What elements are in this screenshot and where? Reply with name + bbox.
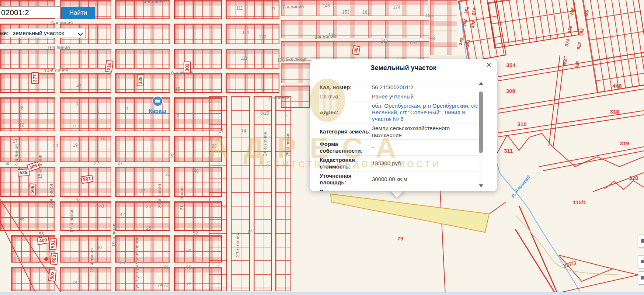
popup-title: Земельный участок xyxy=(310,64,497,72)
field-label: Форма собственности: xyxy=(320,141,372,154)
parcel-block xyxy=(60,97,111,131)
parcel-block xyxy=(60,167,111,197)
parcel-block xyxy=(275,96,291,291)
parcel-number: 320 xyxy=(629,175,638,181)
popup-scrollbar[interactable] xyxy=(478,81,483,188)
parcel-block xyxy=(231,96,250,291)
parcel-block xyxy=(115,24,170,44)
parcel-block xyxy=(115,201,170,231)
parcel-block xyxy=(226,0,279,19)
parcel-block xyxy=(60,267,111,291)
parcel-block xyxy=(60,136,111,162)
parcel-number: 79 xyxy=(397,235,404,242)
search-input[interactable] xyxy=(0,6,60,18)
parcel-block xyxy=(115,235,170,263)
parcel-block xyxy=(430,0,457,55)
field-value: Земли сельскохозяйственного назначения xyxy=(372,125,479,138)
field-label: Разрешенное xyxy=(320,188,372,191)
parcel-number: 319 xyxy=(620,140,629,146)
popup-row: Адрес:обл. Оренбургская, р-н Оренбургски… xyxy=(320,101,479,124)
field-label: Категория земель: xyxy=(320,128,372,135)
field-label: Адрес: xyxy=(320,109,372,116)
object-type-select[interactable]: земельный участок xyxy=(10,28,86,38)
popup-row: Уточненная площадь:30000.00 кв.м xyxy=(320,171,479,187)
field-value: 56:21:3002001:2 xyxy=(372,84,479,91)
popup-row: Разрешенное xyxy=(320,187,479,191)
parcel-block xyxy=(0,136,55,162)
scroll-up-icon[interactable] xyxy=(479,82,483,85)
parcel-number: 354 xyxy=(506,62,515,68)
field-label: Кадастровая стоимость: xyxy=(320,157,372,170)
parcel-block xyxy=(115,167,170,197)
map-canvas[interactable]: 4-я линия5-я линия9-я линия10-я линия10-… xyxy=(0,0,644,295)
parcel-block xyxy=(60,49,111,69)
settlement-marker-icon[interactable] xyxy=(153,97,162,106)
parcel-block xyxy=(209,96,227,291)
parcel-number-rotated: 438 xyxy=(574,61,581,69)
parcel-block xyxy=(60,235,111,263)
parcel-info-popup: Земельный участок × Кад. номер:56:21:300… xyxy=(310,59,497,191)
parcel-block xyxy=(0,201,55,231)
parcel-block xyxy=(60,201,111,231)
parcel-block xyxy=(115,267,170,291)
parcel-block xyxy=(487,0,580,49)
chevron-down-icon xyxy=(78,31,83,36)
settlement-label: Караш xyxy=(149,108,166,114)
popup-row: Статус:Ранее учтенный xyxy=(320,92,479,101)
scrollbar-thumb[interactable] xyxy=(479,91,483,153)
close-icon[interactable]: × xyxy=(484,60,493,69)
parcel-block xyxy=(174,49,222,69)
field-value: обл. Оренбургская, р-н Оренбургский, с/с… xyxy=(372,103,479,122)
map-control-button[interactable] xyxy=(638,235,644,248)
river-label: р. Алимсай xyxy=(510,174,531,198)
parcel-block xyxy=(174,24,222,44)
scroll-down-icon[interactable] xyxy=(479,184,483,187)
parcel-number: 311 xyxy=(504,148,513,154)
field-value: 30000.00 кв.м xyxy=(372,176,479,183)
field-label: Статус: xyxy=(320,93,372,100)
parcel-number: 318 xyxy=(610,108,619,115)
parcel-number: 115/1 xyxy=(573,199,586,205)
parcel-block xyxy=(115,73,170,93)
popup-row: Форма собственности:- xyxy=(320,139,479,155)
parcel-block xyxy=(174,73,222,93)
parcel-block xyxy=(226,49,279,69)
parcel-number: 310 xyxy=(517,121,526,127)
parcel-block xyxy=(11,235,55,263)
object-type-value: земельный участок xyxy=(13,30,64,36)
parcel-block xyxy=(281,0,428,16)
parcel-number-rotated: 622 xyxy=(576,42,582,50)
parcel-block xyxy=(281,20,429,38)
parcel-block xyxy=(0,97,55,131)
parcel-block xyxy=(254,96,272,291)
popup-row: Категория земель:Земли сельскохозяйствен… xyxy=(320,124,479,139)
parcel-block xyxy=(226,24,279,44)
parcel-block xyxy=(115,136,170,162)
parcel-block xyxy=(281,86,310,108)
parcel-block xyxy=(11,267,55,291)
selected-parcel[interactable] xyxy=(331,194,489,232)
object-type-label: ме: xyxy=(0,30,8,36)
parcel-number-rotated: 374 xyxy=(564,39,571,47)
field-value: - xyxy=(372,144,479,151)
parcel-block xyxy=(115,49,170,69)
map-control-button[interactable] xyxy=(638,271,644,285)
horizontal-scrollbar[interactable] xyxy=(0,292,644,295)
popup-row: Кадастровая стоимость:135300 руб xyxy=(320,155,479,171)
parcel-block xyxy=(226,73,279,93)
parcel-number: 337/1 xyxy=(563,259,578,269)
parcel-block xyxy=(0,167,55,197)
parcel-number: 309 xyxy=(506,88,515,94)
parcel-block xyxy=(281,41,429,60)
field-value: 135300 руб xyxy=(372,160,479,167)
parcel-block xyxy=(0,73,55,93)
popup-rows: Кад. номер:56:21:3002001:2Статус:Ранее у… xyxy=(320,83,479,191)
parcel-number-rotated: 352 xyxy=(561,59,568,67)
parcel-block xyxy=(115,0,170,19)
parcel-block xyxy=(174,0,222,19)
parcel-block xyxy=(60,73,111,93)
map-control-button[interactable] xyxy=(638,255,644,268)
find-button[interactable]: Найти xyxy=(61,7,95,19)
popup-row: Кад. номер:56:21:3002001:2 xyxy=(320,83,479,92)
parcel-block xyxy=(582,0,644,93)
